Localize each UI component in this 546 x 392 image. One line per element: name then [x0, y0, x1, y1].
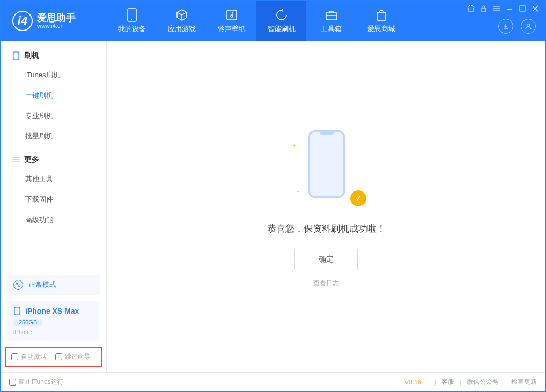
app-window: i4 爱思助手 www.i4.cn 我的设备 应用游戏 铃声壁纸 智能刷机 [0, 0, 546, 392]
logo-icon: i4 [12, 11, 33, 31]
svg-rect-11 [520, 6, 525, 11]
tab-ringtone[interactable]: 铃声壁纸 [206, 1, 256, 41]
app-name: 爱思助手 [37, 13, 76, 23]
svg-rect-15 [13, 52, 19, 60]
tab-toolbox[interactable]: 工具箱 [306, 1, 356, 41]
footer-link-update[interactable]: 检查更新 [511, 378, 537, 387]
options-highlight: 自动激活 跳过向导 [5, 347, 102, 367]
success-message: 恭喜您，保资料刷机成功啦！ [267, 223, 386, 235]
device-icon [13, 307, 21, 315]
tab-label: 应用游戏 [168, 24, 196, 34]
header: i4 爱思助手 www.i4.cn 我的设备 应用游戏 铃声壁纸 智能刷机 [1, 1, 545, 41]
sidebar-item-oneclick[interactable]: 一键刷机 [1, 85, 106, 106]
sidebar-item-batch[interactable]: 批量刷机 [1, 126, 106, 146]
tab-label: 智能刷机 [268, 24, 296, 34]
svg-point-20 [18, 285, 20, 287]
sidebar-item-firmware[interactable]: 下载固件 [1, 189, 106, 210]
user-button[interactable] [521, 19, 536, 34]
tab-label: 爱思商城 [367, 24, 395, 34]
toolbox-icon [324, 8, 338, 22]
sidebar-group-title: 更多 [24, 155, 39, 165]
sidebar-item-advanced[interactable]: 高级功能 [1, 210, 106, 230]
svg-rect-3 [326, 13, 337, 20]
ok-button[interactable]: 确定 [294, 249, 358, 270]
sidebar-group-flash: 刷机 [1, 51, 106, 61]
lock-icon[interactable] [480, 5, 488, 12]
device-type: iPhone [13, 329, 93, 335]
sidebar-item-itunes[interactable]: iTunes刷机 [1, 65, 106, 85]
header-actions [498, 19, 536, 34]
bag-icon [374, 8, 388, 22]
success-illustration: ✓ [286, 126, 366, 212]
mode-label: 正常模式 [28, 280, 56, 290]
auto-activate-checkbox[interactable]: 自动激活 [11, 352, 47, 361]
logo[interactable]: i4 爱思助手 www.i4.cn [1, 11, 107, 31]
check-icon: ✓ [350, 190, 366, 206]
device-capacity: 256GB [13, 319, 42, 326]
app-url: www.i4.cn [37, 23, 76, 29]
tab-apps[interactable]: 应用游戏 [157, 1, 206, 41]
tab-flash[interactable]: 智能刷机 [256, 1, 306, 41]
device-card[interactable]: iPhone XS Max 256GB iPhone [7, 301, 100, 341]
sidebar-group-more: 更多 [1, 155, 106, 165]
phone-icon [12, 52, 20, 60]
option-label: 跳过向导 [65, 352, 91, 361]
skip-guide-checkbox[interactable]: 跳过向导 [55, 352, 91, 361]
footer: 阻止iTunes运行 V8.16 | 客服 | 微信公众号 | 检查更新 [1, 372, 545, 391]
footer-link-service[interactable]: 客服 [441, 378, 454, 387]
option-label: 自动激活 [21, 352, 47, 361]
main-content: ✓ 恭喜您，保资料刷机成功啦！ 确定 查看日志 [107, 41, 545, 372]
download-button[interactable] [498, 19, 513, 34]
view-log-link[interactable]: 查看日志 [313, 279, 339, 288]
svg-point-1 [131, 19, 132, 20]
sidebar-item-othertools[interactable]: 其他工具 [1, 169, 106, 189]
version-label: V8.16 [404, 379, 421, 386]
svg-point-19 [16, 283, 18, 285]
window-controls [467, 5, 539, 12]
body: 刷机 iTunes刷机 一键刷机 专业刷机 批量刷机 更多 其他工具 下载固件 … [1, 41, 545, 372]
device-name: iPhone XS Max [25, 307, 79, 315]
tab-device[interactable]: 我的设备 [107, 1, 157, 41]
maximize-icon[interactable] [519, 5, 526, 12]
svg-rect-21 [14, 307, 20, 315]
tab-label: 工具箱 [321, 24, 342, 34]
footer-link-wechat[interactable]: 微信公众号 [467, 378, 499, 387]
tab-store[interactable]: 爱思商城 [356, 1, 406, 41]
sidebar: 刷机 iTunes刷机 一键刷机 专业刷机 批量刷机 更多 其他工具 下载固件 … [1, 41, 107, 372]
tab-label: 我的设备 [118, 24, 146, 34]
svg-rect-5 [377, 12, 386, 20]
note-icon [225, 8, 239, 22]
svg-point-14 [527, 24, 530, 27]
svg-rect-6 [482, 8, 486, 12]
refresh-icon [275, 8, 289, 22]
cube-icon [175, 8, 189, 22]
tab-label: 铃声壁纸 [218, 24, 246, 34]
phone-icon [125, 8, 139, 22]
block-itunes-checkbox[interactable]: 阻止iTunes运行 [9, 378, 64, 387]
sidebar-group-title: 刷机 [24, 51, 39, 61]
mode-card[interactable]: 正常模式 [7, 275, 100, 295]
more-icon [12, 156, 20, 164]
close-icon[interactable] [532, 5, 539, 12]
shirt-icon[interactable] [467, 5, 475, 12]
sidebar-item-pro[interactable]: 专业刷机 [1, 106, 106, 126]
minimize-icon[interactable] [506, 5, 513, 12]
block-itunes-label: 阻止iTunes运行 [19, 378, 64, 387]
mode-icon [13, 280, 23, 290]
menu-icon[interactable] [493, 5, 500, 12]
